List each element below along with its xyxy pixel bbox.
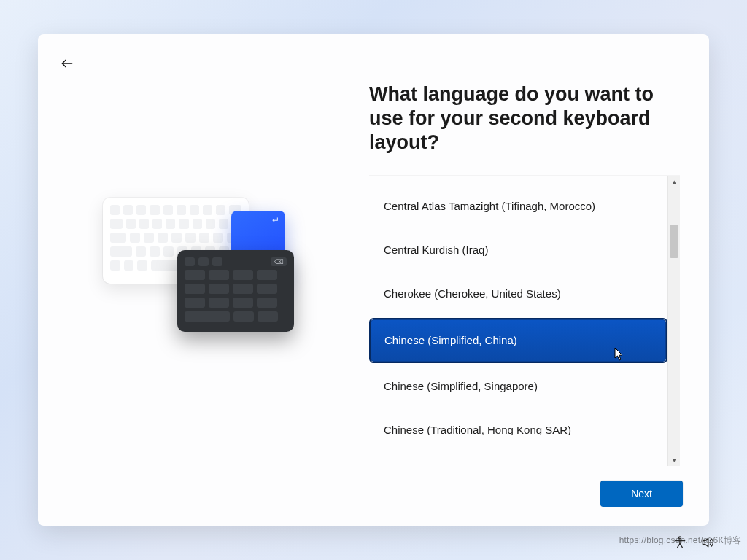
- language-option[interactable]: Central Kurdish (Iraq): [371, 231, 666, 269]
- page-title: What language do you want to use for you…: [369, 82, 680, 155]
- scroll-thumb[interactable]: [670, 225, 678, 258]
- language-list-region: Central Atlas Tamazight (Latin, Algeria)…: [369, 175, 680, 466]
- footer: Next: [600, 481, 683, 507]
- scroll-track[interactable]: [668, 188, 680, 454]
- language-option-selected[interactable]: Chinese (Simplified, China): [371, 319, 666, 362]
- next-button[interactable]: Next: [600, 481, 683, 507]
- backspace-icon: ⌫: [271, 257, 287, 266]
- scrollbar[interactable]: ▴ ▾: [667, 176, 680, 466]
- illustration: ⌫: [38, 77, 369, 466]
- language-option[interactable]: Cherokee (Cherokee, United States): [371, 275, 666, 313]
- scroll-down-button[interactable]: ▾: [668, 454, 681, 466]
- content-column: What language do you want to use for you…: [369, 77, 709, 466]
- arrow-left-icon: [60, 56, 74, 71]
- keyboard-dark-illustration: ⌫: [177, 250, 294, 332]
- language-option-partial-top[interactable]: Central Atlas Tamazight (Latin, Algeria): [371, 176, 666, 182]
- watermark-text: https://blog.csdn.net/a16К博客: [619, 534, 741, 547]
- main-row: ⌫ What language do you want to use for y…: [38, 77, 709, 466]
- language-list[interactable]: Central Atlas Tamazight (Latin, Algeria)…: [369, 176, 667, 466]
- back-button[interactable]: [55, 52, 79, 75]
- language-option[interactable]: Chinese (Simplified, Singapore): [371, 368, 666, 405]
- language-option-partial-bottom[interactable]: Chinese (Traditional, Hong Kong SAR): [371, 411, 666, 435]
- language-option[interactable]: Central Atlas Tamazight (Tifinagh, Moroc…: [371, 187, 666, 225]
- setup-panel: ⌫ What language do you want to use for y…: [38, 34, 709, 526]
- scroll-up-button[interactable]: ▴: [668, 176, 681, 188]
